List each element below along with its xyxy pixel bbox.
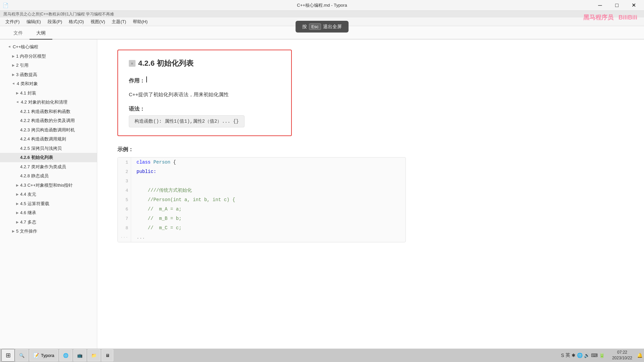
sidebar-item-45[interactable]: ▶ 4.5 运算符重载 [0, 199, 97, 208]
keyword-class: class [137, 160, 151, 165]
battery-icon[interactable]: 🔋 [599, 353, 605, 358]
code-content [131, 176, 139, 186]
sidebar-item-label: 4.1 封装 [20, 90, 36, 97]
time-display: 07:22 2023/10/22 [609, 350, 635, 361]
taskbar: ⊞ 🔍 📝 Typora 🌐 📺 📁 🖥 S 英 ✱ 🌐 🔊 ⌨ 🔋 07:22… [0, 349, 644, 362]
arrow-icon: ▼ [11, 82, 16, 85]
browser-icon: 🌐 [63, 353, 68, 358]
taskbar-app-search[interactable]: 🔍 [15, 349, 28, 361]
sidebar-item-44[interactable]: ▶ 4.4 友元 [0, 190, 97, 199]
sidebar-item-428[interactable]: 4.2.8 静态成员 [0, 171, 97, 181]
start-button[interactable]: ⊞ [1, 349, 15, 362]
window-icon: 📄 [3, 3, 8, 8]
maximize-button[interactable]: □ [609, 0, 625, 11]
arrow-icon: ▶ [12, 63, 15, 68]
example-label: 示例： [117, 146, 624, 153]
arrow-icon: ▼ [7, 45, 12, 49]
sidebar-item-421[interactable]: 4.2.1 构造函数和析构函数 [0, 107, 97, 116]
syntax-label: 语法： [129, 106, 145, 112]
line-number: 4 [118, 186, 131, 195]
ellipsis: ... [137, 235, 145, 240]
menu-paragraph[interactable]: 段落(P) [45, 18, 65, 25]
sidebar-item-label: 4.2.6 初始化列表 [20, 154, 53, 161]
sidebar-item-422[interactable]: 4.2.2 构造函数的分类及调用 [0, 116, 97, 125]
tab-outline[interactable]: 大纲 [30, 27, 52, 40]
taskbar-app-browser[interactable]: 🌐 [59, 349, 72, 361]
menu-help[interactable]: 帮助(H) [130, 18, 150, 25]
sidebar-item-46[interactable]: ▶ 4.6 继承 [0, 208, 97, 218]
network-icon[interactable]: 🌐 [577, 353, 583, 358]
sidebar-item-3[interactable]: ▶ 3 函数提高 [0, 70, 97, 79]
arrow-icon: ▶ [16, 192, 19, 197]
code-line-1: 1 class Person { [118, 158, 406, 167]
line-number: 3 [118, 176, 131, 186]
menu-view[interactable]: 视图(V) [88, 18, 108, 25]
date: 2023/10/22 [612, 355, 632, 361]
main-layout: ▼ C++核心编程 ▶ 1 内存分区模型 ▶ 2 引用 ▶ 3 函数提高 ▼ 4… [0, 40, 644, 357]
sidebar-item-41[interactable]: ▶ 4.1 封装 [0, 88, 97, 98]
keyboard-icon[interactable]: ⌨ [591, 353, 598, 358]
menu-edit[interactable]: 编辑(E) [24, 18, 44, 25]
line-number: 2 [118, 167, 131, 176]
section-icon: ≡ [129, 60, 136, 67]
taskbar-app-file[interactable]: 📁 [88, 349, 100, 361]
typora-icon: 📝 [33, 353, 39, 358]
line-number: 8 [118, 223, 131, 233]
menu-file[interactable]: 文件(F) [3, 18, 22, 25]
code-content: // m_C = c; [131, 223, 184, 233]
sidebar-item-425[interactable]: 4.2.5 深拷贝与浅拷贝 [0, 144, 97, 153]
sidebar-item-423[interactable]: 4.2.3 拷贝构造函数调用时机 [0, 125, 97, 135]
sidebar-item-424[interactable]: 4.2.4 构造函数调用规则 [0, 134, 97, 144]
taskbar-app-typora[interactable]: 📝 Typora [30, 349, 58, 361]
sidebar-item-label: 5 文件操作 [16, 228, 37, 235]
esc-suffix: 退出全屏 [323, 24, 342, 30]
esc-key: Esc [309, 23, 321, 30]
comment: //Person(int a, int b, int c) { [137, 197, 235, 202]
sidebar-item-5[interactable]: ▶ 5 文件操作 [0, 227, 97, 236]
arrow-icon: ▶ [12, 229, 15, 234]
minimize-button[interactable]: ─ [592, 0, 608, 11]
input-icon[interactable]: ✱ [572, 353, 576, 358]
sidebar-item-label: 4.6 继承 [20, 209, 36, 216]
code-line-7: 7 // m_B = b; [118, 214, 406, 223]
taskbar-app-bilibili[interactable]: 📺 [73, 349, 86, 361]
line-number: 1 [118, 158, 131, 167]
sidebar-item-2[interactable]: ▶ 2 引用 [0, 61, 97, 70]
sidebar-item-4[interactable]: ▼ 4 类和对象 [0, 79, 97, 88]
code-content: ... [131, 233, 148, 242]
sidebar-item-1[interactable]: ▶ 1 内存分区模型 [0, 52, 97, 61]
sidebar-item-root[interactable]: ▼ C++核心编程 [0, 42, 97, 52]
code-line-2: 2 public: [118, 167, 406, 176]
menu-theme[interactable]: 主题(T) [109, 18, 129, 25]
sidebar-item-427[interactable]: 4.2.7 类对象作为类成员 [0, 162, 97, 172]
keyword-public: public: [137, 169, 156, 174]
notification-icon[interactable]: 🔔 [637, 353, 643, 358]
bilibili-icon: 📺 [77, 353, 83, 358]
sidebar-item-label: 4.2.4 构造函数调用规则 [20, 136, 66, 142]
sidebar-item-426[interactable]: 4.2.6 初始化列表 [0, 153, 97, 162]
sidebar-item-42[interactable]: ▼ 4.2 对象的初始化和清理 [0, 98, 97, 107]
sidebar-item-label: 2 引用 [16, 62, 29, 69]
close-button[interactable]: ✕ [626, 0, 641, 11]
comment: // m_C = c; [137, 225, 181, 231]
sidebar-item-43[interactable]: ▶ 4.3 C++对象模型和this指针 [0, 181, 97, 190]
code-line-5: 5 //Person(int a, int b, int c) { [118, 195, 406, 204]
clock: 07:22 [612, 350, 632, 355]
line-number: 6 [118, 204, 131, 214]
tab-file[interactable]: 文件 [7, 27, 30, 40]
sidebar-item-label: 4.2.8 静态成员 [20, 173, 49, 179]
sidebar-item-47[interactable]: ▶ 4.7 多态 [0, 218, 97, 227]
search-icon: 🔍 [19, 353, 24, 358]
arrow-icon: ▶ [16, 220, 19, 225]
speaker-icon[interactable]: 🔊 [584, 353, 590, 358]
comment: ////传统方式初始化 [137, 187, 192, 193]
menu-format[interactable]: 格式(O) [66, 18, 87, 25]
lang-icon[interactable]: 英 [566, 352, 570, 358]
arrow-icon: ▶ [16, 90, 19, 96]
taskbar-app-misc[interactable]: 🖥 [102, 349, 113, 361]
sougou-icon[interactable]: S [561, 353, 564, 358]
sidebar-item-label: 4.2.1 构造函数和析构函数 [20, 108, 70, 115]
label-zuoyong: 作用： [129, 76, 280, 84]
section-title: ≡ 4.2.6 初始化列表 [129, 58, 280, 68]
line-number: ··· [118, 233, 131, 242]
